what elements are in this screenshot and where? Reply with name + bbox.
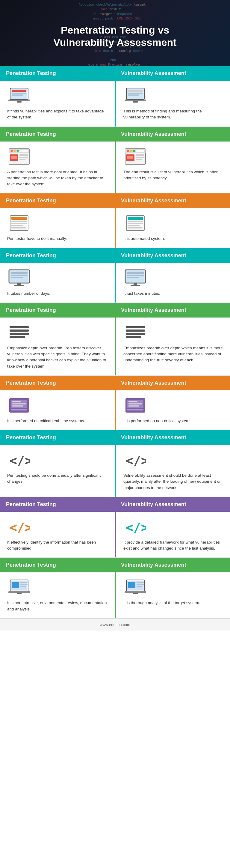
svg-rect-43 <box>11 227 26 228</box>
content-cell-right-1: This is method of finding and measuring … <box>115 81 230 126</box>
content-cell-right-2: The end result is a list of vulnerabilit… <box>115 142 230 193</box>
section-header-9: Penetration Testing Vulnerability Assess… <box>0 558 230 572</box>
svg-rect-91 <box>20 582 28 583</box>
text-left-1: It finds vulnerabilities and exploits it… <box>7 108 107 121</box>
svg-rect-63 <box>131 285 140 286</box>
section-header-right-5: Vulnerability Assessment <box>115 303 230 317</box>
svg-rect-46 <box>128 221 143 222</box>
svg-rect-94 <box>8 591 30 593</box>
svg-rect-64 <box>9 326 29 328</box>
sections-container: Penetration Testing Vulnerability Assess… <box>0 66 230 619</box>
svg-point-17 <box>11 150 13 152</box>
svg-rect-6 <box>17 101 22 102</box>
icon-right-9 <box>123 578 147 596</box>
content-cell-right-9: It is thorough analysis of the target sy… <box>115 572 230 618</box>
text-left-9: It is non-intrusive, environmental revie… <box>7 600 107 612</box>
section-header-left-4: Penetration Testing <box>0 248 115 263</box>
svg-rect-70 <box>126 333 145 335</box>
svg-rect-11 <box>128 94 139 96</box>
text-left-3: Pen tester have to do it manually. <box>7 236 67 242</box>
svg-rect-80 <box>127 409 143 410</box>
svg-rect-41 <box>11 223 27 224</box>
page-title: Penetration Testing vs Vulnerability Ass… <box>6 24 224 49</box>
content-row-4: It takes number of days. It just takes m… <box>0 263 230 303</box>
svg-rect-10 <box>128 93 142 94</box>
text-left-7: Pen testing should be done annually afte… <box>7 472 107 485</box>
icon-right-4 <box>123 269 147 287</box>
svg-rect-13 <box>133 101 138 102</box>
text-left-2: A penetration test is more goal oriented… <box>7 169 107 187</box>
content-cell-left-7: </> Pen testing should be done annually … <box>0 445 115 497</box>
icon-right-3 <box>123 214 147 232</box>
section-header-left-2: Penetration Testing <box>0 127 115 142</box>
svg-rect-83 <box>129 405 139 407</box>
svg-rect-75 <box>12 401 21 402</box>
footer-url: www.educba.com <box>100 622 130 627</box>
svg-point-29 <box>127 150 129 152</box>
content-cell-right-7: </> Vulnerability assessment should be d… <box>115 445 230 497</box>
svg-rect-65 <box>9 330 29 332</box>
icon-left-8: </> <box>7 518 31 536</box>
svg-rect-93 <box>20 586 26 587</box>
content-cell-left-2: A penetration test is more goal oriented… <box>0 142 115 193</box>
content-cell-right-3: It is automated system. <box>115 208 230 248</box>
svg-rect-48 <box>128 225 139 226</box>
svg-text:</>: </> <box>126 453 146 468</box>
section-header-5: Penetration Testing Vulnerability Assess… <box>0 303 230 317</box>
section-header-6: Penetration Testing Vulnerability Assess… <box>0 376 230 391</box>
svg-rect-52 <box>11 272 28 274</box>
icon-right-5 <box>123 323 147 341</box>
section-header-right-1: Vulnerability Assessment <box>115 66 230 81</box>
svg-rect-45 <box>128 217 143 220</box>
svg-rect-61 <box>127 277 139 278</box>
section-header-8: Penetration Testing Vulnerability Assess… <box>0 497 230 512</box>
svg-point-18 <box>14 150 16 152</box>
section-header-right-7: Vulnerability Assessment <box>115 430 230 445</box>
svg-rect-55 <box>18 283 21 285</box>
svg-rect-3 <box>12 93 26 94</box>
content-cell-left-9: It is non-intrusive, environmental revie… <box>0 572 115 618</box>
svg-rect-53 <box>11 275 28 276</box>
text-left-8: It effectively identify the information … <box>7 539 107 552</box>
svg-rect-59 <box>127 272 144 274</box>
content-cell-right-8: </> It provide a detailed framework for … <box>115 512 230 558</box>
icon-left-4 <box>7 269 31 287</box>
text-right-5: Emphasizes breadth over depth which mean… <box>123 345 223 363</box>
section-header-left-8: Penetration Testing <box>0 497 115 512</box>
svg-rect-34 <box>127 156 133 159</box>
svg-rect-4 <box>12 94 23 96</box>
svg-text:</>: </> <box>126 520 146 535</box>
svg-text:</>: </> <box>9 453 30 468</box>
svg-rect-20 <box>20 150 28 152</box>
icon-left-5 <box>7 323 31 341</box>
svg-rect-56 <box>14 285 24 286</box>
text-left-6: It is performed on critical real-time sy… <box>7 418 85 424</box>
icon-right-8: </> <box>123 518 147 536</box>
section-header-3: Penetration Testing Vulnerability Assess… <box>0 193 230 208</box>
svg-rect-42 <box>11 225 23 226</box>
icon-left-1 <box>7 87 31 105</box>
section-header-left-1: Penetration Testing <box>0 66 115 81</box>
section-header-left-9: Penetration Testing <box>0 558 115 572</box>
footer: www.educba.com <box>0 619 230 630</box>
icon-right-2 <box>123 148 147 165</box>
text-right-1: This is method of finding and measuring … <box>123 108 223 121</box>
svg-rect-22 <box>11 156 17 159</box>
section-header-right-3: Vulnerability Assessment <box>115 193 230 208</box>
svg-rect-12 <box>125 99 146 101</box>
svg-rect-81 <box>129 401 137 402</box>
section-header-left-7: Penetration Testing <box>0 430 115 445</box>
icon-left-2 <box>7 148 31 165</box>
svg-rect-54 <box>11 277 23 278</box>
svg-rect-24 <box>20 157 28 158</box>
svg-rect-99 <box>137 582 144 583</box>
section-header-right-9: Vulnerability Assessment <box>115 558 230 572</box>
text-left-4: It takes number of days. <box>7 290 50 297</box>
content-cell-left-1: It finds vulnerabilities and exploits it… <box>0 81 115 126</box>
text-left-5: Emphasize depth over breadth. Pen tester… <box>7 345 107 369</box>
svg-rect-92 <box>20 584 28 585</box>
icon-right-1 <box>123 87 147 105</box>
svg-rect-74 <box>11 409 27 410</box>
icon-left-9 <box>7 578 31 596</box>
svg-rect-25 <box>20 159 26 160</box>
